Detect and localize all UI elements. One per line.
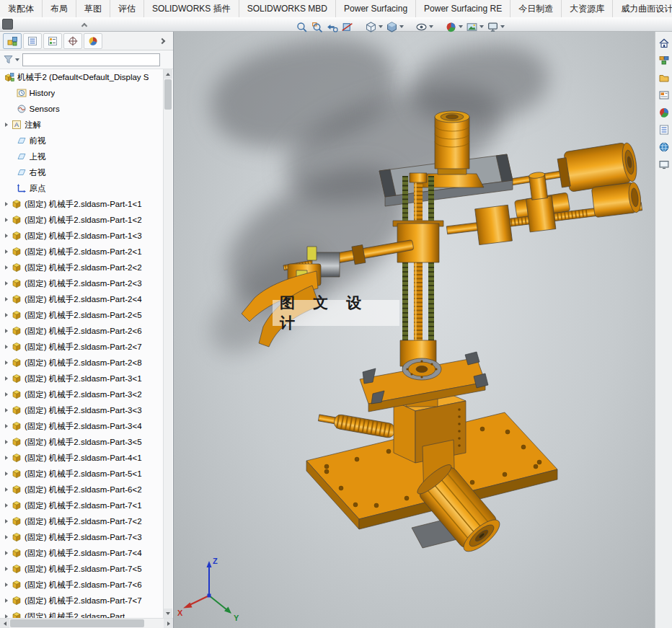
tree-component-row[interactable]: (固定) 机械手2.sldasm-Part-3<2 <box>0 386 164 402</box>
displaymanager-icon[interactable] <box>84 33 102 49</box>
expand-arrow-icon[interactable] <box>5 535 8 539</box>
expand-arrow-icon[interactable] <box>5 123 8 127</box>
tab-Power Surfacing RE[interactable]: Power Surfacing RE <box>416 0 510 17</box>
previous-view-icon[interactable] <box>324 20 340 34</box>
expand-arrow-icon[interactable] <box>5 313 8 317</box>
expand-arrow-icon[interactable] <box>5 265 8 270</box>
tree-component-row[interactable]: (固定) 机械手2.sldasm-Part-2<1 <box>0 244 164 260</box>
tree-component-row[interactable]: (固定) 机械手2.sldasm-Part-2<4 <box>0 291 164 307</box>
expand-arrow-icon[interactable] <box>5 456 8 460</box>
appearances-icon[interactable] <box>656 104 672 120</box>
tree-component-row[interactable]: (固定) 机械手2.sldasm-Part <box>0 609 164 618</box>
display-style-icon[interactable] <box>384 20 405 34</box>
tree-plane-front-row[interactable]: 前视 <box>0 133 164 149</box>
tree-component-row[interactable]: (固定) 机械手2.sldasm-Part-7<1 <box>0 497 164 513</box>
hide-show-items-icon[interactable] <box>414 20 435 34</box>
tree-component-row[interactable]: (固定) 机械手2.sldasm-Part-7<6 <box>0 577 164 593</box>
expand-arrow-icon[interactable] <box>5 472 8 476</box>
tree-vertical-scrollbar[interactable] <box>163 69 172 618</box>
tab-SOLIDWORKS MBD[interactable]: SOLIDWORKS MBD <box>239 0 336 17</box>
expand-arrow-icon[interactable] <box>5 202 8 206</box>
tree-component-row[interactable]: (固定) 机械手2.sldasm-Part-4<1 <box>0 450 164 466</box>
apply-scene-icon[interactable] <box>464 20 485 34</box>
scroll-right-icon[interactable] <box>164 619 173 628</box>
tree-component-row[interactable]: (固定) 机械手2.sldasm-Part-7<3 <box>0 529 164 545</box>
tree-component-row[interactable]: (固定) 机械手2.sldasm-Part-1<1 <box>0 196 164 212</box>
scroll-thumb[interactable] <box>10 619 144 627</box>
expand-arrow-icon[interactable] <box>5 281 8 286</box>
scroll-up-icon[interactable] <box>164 69 172 79</box>
tab-评估[interactable]: 评估 <box>110 0 144 17</box>
custom-properties-icon[interactable] <box>656 121 672 138</box>
expand-arrow-icon[interactable] <box>5 361 8 365</box>
tree-component-row[interactable]: (固定) 机械手2.sldasm-Part-3<1 <box>0 371 164 386</box>
propertymanager-icon[interactable] <box>23 33 42 49</box>
tree-annotations-row[interactable]: A 注解 <box>0 117 164 133</box>
tab-装配体[interactable]: 装配体 <box>0 0 43 17</box>
expand-arrow-icon[interactable] <box>5 218 8 222</box>
tree-component-row[interactable]: (固定) 机械手2.sldasm-Part-6<2 <box>0 482 164 497</box>
expand-arrow-icon[interactable] <box>5 424 8 428</box>
file-explorer-icon[interactable] <box>656 69 672 86</box>
expand-arrow-icon[interactable] <box>5 249 8 254</box>
forum-icon[interactable] <box>656 138 672 155</box>
scroll-thumb[interactable] <box>164 79 172 110</box>
expand-arrow-icon[interactable] <box>5 598 8 603</box>
tree-component-row[interactable]: (固定) 机械手2.sldasm-Part-2<8 <box>0 355 164 371</box>
panel-expand-chevron[interactable] <box>160 37 169 45</box>
tree-component-row[interactable]: (固定) 机械手2.sldasm-Part-7<5 <box>0 561 164 577</box>
robot-arm-model[interactable] <box>174 32 655 628</box>
expand-arrow-icon[interactable] <box>5 345 8 349</box>
vertical-tower[interactable] <box>400 173 436 376</box>
design-library-icon[interactable] <box>656 52 672 68</box>
expand-arrow-icon[interactable] <box>5 440 8 444</box>
expand-arrow-icon[interactable] <box>5 408 8 412</box>
graphics-area[interactable]: 图 文 设 计 Z X Y <box>174 32 655 628</box>
tree-component-row[interactable]: (固定) 机械手2.sldasm-Part-1<3 <box>0 228 164 244</box>
tab-布局[interactable]: 布局 <box>43 0 76 17</box>
view-settings-icon[interactable] <box>485 20 506 34</box>
edit-appearance-icon[interactable] <box>443 20 464 34</box>
tree-root-row[interactable]: 机械手2 (Default<Default_Display S <box>0 69 164 85</box>
expand-arrow-icon[interactable] <box>5 376 8 381</box>
tree-component-row[interactable]: (固定) 机械手2.sldasm-Part-5<1 <box>0 466 164 482</box>
section-view-icon[interactable] <box>340 20 355 34</box>
capture-icon[interactable] <box>656 156 672 172</box>
tab-SOLIDWORKS 插件[interactable]: SOLIDWORKS 插件 <box>144 0 239 17</box>
tree-component-row[interactable]: (固定) 机械手2.sldasm-Part-7<7 <box>0 593 164 609</box>
scroll-left-icon[interactable] <box>0 619 9 628</box>
tree-plane-top-row[interactable]: 上视 <box>0 149 164 164</box>
tree-component-row[interactable]: (固定) 机械手2.sldasm-Part-3<3 <box>0 402 164 418</box>
view-palette-icon[interactable] <box>656 87 672 103</box>
tree-sensors-row[interactable]: Sensors <box>0 101 164 117</box>
tree-component-row[interactable]: (固定) 机械手2.sldasm-Part-3<4 <box>0 418 164 434</box>
tree-component-row[interactable]: (固定) 机械手2.sldasm-Part-7<2 <box>0 513 164 529</box>
expand-arrow-icon[interactable] <box>5 503 8 508</box>
tab-威力曲面设计[interactable]: 威力曲面设计 <box>613 0 672 17</box>
tree-component-row[interactable]: (固定) 机械手2.sldasm-Part-3<5 <box>0 434 164 450</box>
tree-plane-right-row[interactable]: 右视 <box>0 164 164 180</box>
expand-arrow-icon[interactable] <box>5 551 8 555</box>
tree-history-row[interactable]: History <box>0 85 164 101</box>
expand-arrow-icon[interactable] <box>5 234 8 238</box>
expand-arrow-icon[interactable] <box>5 297 8 301</box>
expand-arrow-icon[interactable] <box>5 583 8 587</box>
tree-component-row[interactable]: (固定) 机械手2.sldasm-Part-7<4 <box>0 545 164 561</box>
scroll-down-icon[interactable] <box>164 609 172 618</box>
configurationmanager-icon[interactable] <box>43 33 62 49</box>
tree-filter-input[interactable] <box>22 53 160 66</box>
expand-arrow-icon[interactable] <box>5 487 8 492</box>
ribbon-collapse-handle[interactable] <box>78 21 91 28</box>
view-orientation-icon[interactable] <box>363 20 384 34</box>
tree-component-row[interactable]: (固定) 机械手2.sldasm-Part-2<3 <box>0 275 164 291</box>
home-icon[interactable] <box>656 35 672 51</box>
tree-component-row[interactable]: (固定) 机械手2.sldasm-Part-2<2 <box>0 260 164 275</box>
expand-arrow-icon[interactable] <box>5 392 8 397</box>
tab-今日制造[interactable]: 今日制造 <box>510 0 562 17</box>
expand-arrow-icon[interactable] <box>5 329 8 333</box>
dimxpertmanager-icon[interactable] <box>63 33 82 49</box>
tree-origin-row[interactable]: 原点 <box>0 180 164 196</box>
zoom-area-icon[interactable] <box>309 20 324 34</box>
featuremanager-tree-icon[interactable] <box>3 33 22 49</box>
expand-arrow-icon[interactable] <box>5 567 8 571</box>
